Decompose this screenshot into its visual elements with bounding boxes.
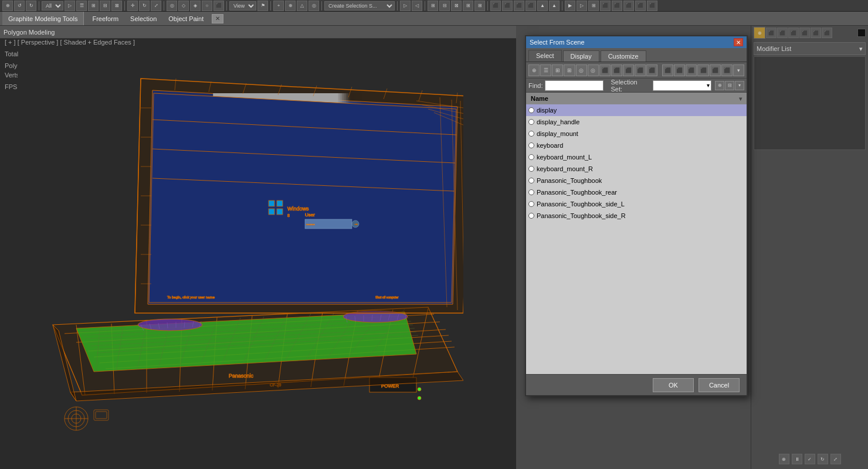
toolbar-icon-19[interactable]: ▷ bbox=[400, 1, 411, 11]
rp-pause-icon[interactable]: ⏸ bbox=[792, 454, 802, 464]
ss-icon-2[interactable]: ⊟ bbox=[725, 81, 734, 90]
list-item[interactable]: display_handle bbox=[526, 116, 747, 128]
dt-icon-9[interactable]: ⬛ bbox=[623, 64, 634, 76]
toolbar-icon-3[interactable]: ↻ bbox=[26, 1, 36, 11]
dt-icon-3[interactable]: ⊞ bbox=[552, 64, 563, 76]
list-item[interactable]: Panasonic_Toughbook_rear bbox=[526, 186, 747, 198]
rp-expand-icon[interactable]: ⤢ bbox=[830, 454, 841, 464]
rp-icon-6[interactable]: ⬛ bbox=[811, 28, 821, 38]
dt-icon-11[interactable]: ⬛ bbox=[646, 64, 657, 76]
toolbar-icon-6[interactable]: ⊞ bbox=[88, 1, 99, 11]
dt-icon-13[interactable]: ⬛ bbox=[674, 64, 685, 76]
toolbar-icon-7[interactable]: ⊟ bbox=[100, 1, 110, 11]
rp-refresh-icon[interactable]: ↻ bbox=[818, 454, 828, 464]
toolbar-icon-rotate[interactable]: ↻ bbox=[139, 1, 150, 11]
menu-item-graphite[interactable]: Graphite Modeling Tools bbox=[2, 12, 84, 25]
toolbar-icon-17[interactable]: △ bbox=[297, 1, 307, 11]
dt-icon-7[interactable]: ⬛ bbox=[599, 64, 611, 76]
ok-button[interactable]: OK bbox=[653, 378, 694, 392]
modifier-dropdown[interactable]: Modifier List ▾ bbox=[754, 42, 866, 55]
toolbar-icon-30[interactable]: ▲ bbox=[537, 1, 548, 11]
tab-customize[interactable]: Customize bbox=[601, 50, 646, 62]
toolbar-icon-1[interactable]: ⊕ bbox=[2, 1, 13, 11]
toolbar-icon-11[interactable]: ◈ bbox=[190, 1, 201, 11]
toolbar-icon-35[interactable]: ⬛ bbox=[600, 1, 611, 11]
rp-icon-7[interactable]: ⬛ bbox=[822, 28, 832, 38]
toolbar-icon-16[interactable]: ⊕ bbox=[285, 1, 296, 11]
rp-color-swatch[interactable] bbox=[857, 29, 866, 37]
list-item[interactable]: keyboard_mount_R bbox=[526, 163, 747, 175]
toolbar-icon-21[interactable]: ⊞ bbox=[428, 1, 438, 11]
menu-close-button[interactable]: ✕ bbox=[212, 14, 223, 23]
menu-item-freeform[interactable]: Freeform bbox=[86, 12, 124, 25]
toolbar-icon-12[interactable]: ○ bbox=[202, 1, 212, 11]
list-item[interactable]: keyboard_mount_L bbox=[526, 151, 747, 163]
toolbar-icon-8[interactable]: ⊠ bbox=[111, 1, 122, 11]
cancel-button[interactable]: Cancel bbox=[699, 378, 740, 392]
rp-icon-1[interactable]: ⊕ bbox=[754, 27, 765, 39]
dialog-close-button[interactable]: ✕ bbox=[734, 38, 743, 46]
toolbar-icon-15[interactable]: + bbox=[273, 1, 284, 11]
toolbar-icon-5[interactable]: ☰ bbox=[76, 1, 87, 11]
tab-display[interactable]: Display bbox=[563, 50, 599, 62]
rp-check-icon[interactable]: ✓ bbox=[805, 454, 815, 464]
dt-icon-16[interactable]: ⬛ bbox=[710, 64, 721, 76]
dt-icon-5[interactable]: ◎ bbox=[576, 64, 587, 76]
dt-icon-17[interactable]: ⬛ bbox=[721, 64, 733, 76]
rp-icon-2[interactable]: ⬛ bbox=[766, 28, 777, 38]
menu-item-selection[interactable]: Selection bbox=[124, 12, 162, 25]
toolbar-icon-27[interactable]: ⬛ bbox=[502, 1, 513, 11]
toolbar-icon-38[interactable]: ⬛ bbox=[635, 1, 646, 11]
find-input[interactable] bbox=[545, 80, 603, 91]
list-item[interactable]: Panasonic_Toughbook bbox=[526, 175, 747, 186]
toolbar-icon-36[interactable]: ⬛ bbox=[612, 1, 622, 11]
list-item[interactable]: Panasonic_Toughbook_side_R bbox=[526, 210, 747, 222]
toolbar-icon-18[interactable]: ◎ bbox=[308, 1, 319, 11]
toolbar-icon-29[interactable]: ⬛ bbox=[525, 1, 536, 11]
toolbar-icon-9[interactable]: ◎ bbox=[167, 1, 177, 11]
object-list[interactable]: displaydisplay_handledisplay_mountkeyboa… bbox=[526, 104, 747, 374]
dt-icon-6[interactable]: ◎ bbox=[588, 64, 599, 76]
toolbar-icon-24[interactable]: ⊞ bbox=[463, 1, 473, 11]
toolbar-icon-26[interactable]: ⬛ bbox=[490, 1, 501, 11]
create-selection-dropdown[interactable]: Create Selection S... bbox=[324, 1, 395, 11]
toolbar-icon-13[interactable]: ⬛ bbox=[213, 1, 224, 11]
toolbar-icon-move[interactable]: ✛ bbox=[127, 1, 138, 11]
menu-item-object-paint[interactable]: Object Paint bbox=[162, 12, 209, 25]
toolbar-icon-14[interactable]: ⚑ bbox=[257, 1, 268, 11]
list-item[interactable]: display_mount bbox=[526, 128, 747, 140]
toolbar-icon-4[interactable]: ▷ bbox=[65, 1, 75, 11]
dt-icon-18[interactable]: ▾ bbox=[733, 64, 744, 76]
dt-icon-14[interactable]: ⬛ bbox=[686, 64, 697, 76]
viewport[interactable]: [ + ] [ Perspective ] [ Shaded + Edged F… bbox=[0, 26, 516, 469]
dt-icon-10[interactable]: ⬛ bbox=[635, 64, 646, 76]
toolbar-icon-20[interactable]: ◁ bbox=[412, 1, 422, 11]
view-dropdown[interactable]: View bbox=[229, 1, 256, 11]
rp-icon-5[interactable]: ⬛ bbox=[799, 28, 810, 38]
toolbar-icon-37[interactable]: ⬛ bbox=[623, 1, 634, 11]
toolbar-icon-31[interactable]: ▲ bbox=[549, 1, 560, 11]
toolbar-icon-34[interactable]: ⊞ bbox=[588, 1, 599, 11]
dt-icon-8[interactable]: ⬛ bbox=[611, 64, 622, 76]
list-item[interactable]: display bbox=[526, 104, 747, 116]
dt-icon-2[interactable]: ☰ bbox=[540, 64, 551, 76]
dt-icon-15[interactable]: ⬛ bbox=[697, 64, 708, 76]
dt-icon-4[interactable]: ⊞ bbox=[564, 64, 575, 76]
ss-icon-3[interactable]: ▾ bbox=[735, 81, 744, 90]
dt-icon-1[interactable]: ⊕ bbox=[528, 64, 540, 76]
toolbar-icon-33[interactable]: ▷ bbox=[577, 1, 587, 11]
toolbar-icon-scale[interactable]: ⤢ bbox=[151, 1, 161, 11]
rp-pin-icon[interactable]: ⊕ bbox=[779, 454, 789, 464]
toolbar-icon-23[interactable]: ⊠ bbox=[451, 1, 462, 11]
dt-icon-12[interactable]: ⬛ bbox=[662, 64, 673, 76]
rp-icon-4[interactable]: ⬛ bbox=[788, 28, 799, 38]
list-item[interactable]: keyboard bbox=[526, 140, 747, 151]
list-item[interactable]: Panasonic_Toughbook_side_L bbox=[526, 198, 747, 210]
toolbar-icon-10[interactable]: ◇ bbox=[178, 1, 189, 11]
toolbar-icon-32[interactable]: ▶ bbox=[565, 1, 575, 11]
selection-set-dropdown[interactable]: ▾ bbox=[653, 80, 711, 91]
toolbar-icon-28[interactable]: ⬛ bbox=[514, 1, 524, 11]
toolbar-icon-39[interactable]: ⬛ bbox=[647, 1, 657, 11]
select-all-dropdown[interactable]: All bbox=[42, 1, 63, 11]
ss-icon-1[interactable]: ⊕ bbox=[715, 81, 724, 90]
